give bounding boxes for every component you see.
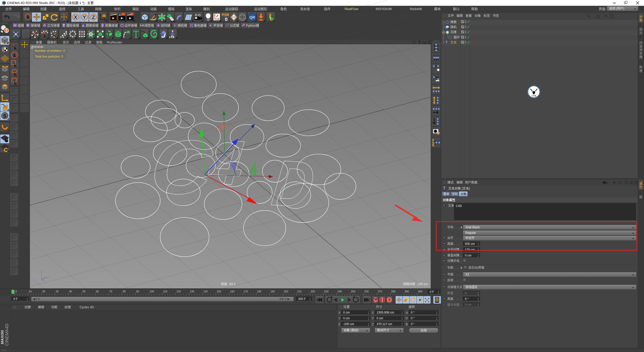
svg-text:60: 60 xyxy=(96,290,99,293)
svg-text:R: R xyxy=(432,144,434,147)
svg-text:10: 10 xyxy=(29,290,32,293)
svg-text:S: S xyxy=(3,113,6,119)
svg-text:300: 300 xyxy=(418,290,423,293)
svg-text:90: 90 xyxy=(136,290,139,293)
svg-text:230: 230 xyxy=(324,290,329,293)
svg-text:170: 170 xyxy=(244,290,248,293)
svg-text:Y: Y xyxy=(41,270,42,273)
svg-text:50: 50 xyxy=(83,290,86,293)
svg-text:220: 220 xyxy=(311,290,315,293)
svg-text:210: 210 xyxy=(297,290,302,293)
svg-text:行走者: 行走者 xyxy=(531,95,536,97)
svg-text:160: 160 xyxy=(230,290,235,293)
svg-text:40: 40 xyxy=(69,290,72,293)
svg-text:280: 280 xyxy=(391,290,396,293)
svg-text:X: X xyxy=(74,15,77,20)
svg-text:150: 150 xyxy=(217,290,221,293)
svg-text:PSR: PSR xyxy=(222,13,229,17)
svg-text:QR: QR xyxy=(249,15,255,19)
svg-text:250: 250 xyxy=(351,290,355,293)
svg-text:Z: Z xyxy=(48,275,49,278)
svg-text:20: 20 xyxy=(42,290,45,293)
svg-text:0: 0 xyxy=(225,17,228,22)
svg-text:120: 120 xyxy=(176,290,181,293)
svg-text:180: 180 xyxy=(257,290,261,293)
svg-text:190: 190 xyxy=(270,290,275,293)
svg-text:290: 290 xyxy=(405,290,409,293)
svg-text:70: 70 xyxy=(109,290,112,293)
svg-text:200: 200 xyxy=(284,290,288,293)
svg-text:fx: fx xyxy=(171,34,175,39)
svg-text:260: 260 xyxy=(364,290,369,293)
svg-text:Y: Y xyxy=(83,15,86,20)
svg-text:Z: Z xyxy=(92,15,95,20)
svg-text:?: ? xyxy=(388,298,390,302)
svg-text:0: 0 xyxy=(15,290,17,293)
svg-text:140: 140 xyxy=(203,290,208,293)
svg-text:X: X xyxy=(43,279,45,281)
svg-text:80: 80 xyxy=(123,290,126,293)
svg-text:110: 110 xyxy=(163,290,167,293)
svg-text:100: 100 xyxy=(150,290,154,293)
svg-text:130: 130 xyxy=(190,290,194,293)
svg-text:30: 30 xyxy=(56,290,59,293)
svg-text:240: 240 xyxy=(337,290,342,293)
svg-text:270: 270 xyxy=(378,290,382,293)
svg-text:P: P xyxy=(419,298,421,302)
